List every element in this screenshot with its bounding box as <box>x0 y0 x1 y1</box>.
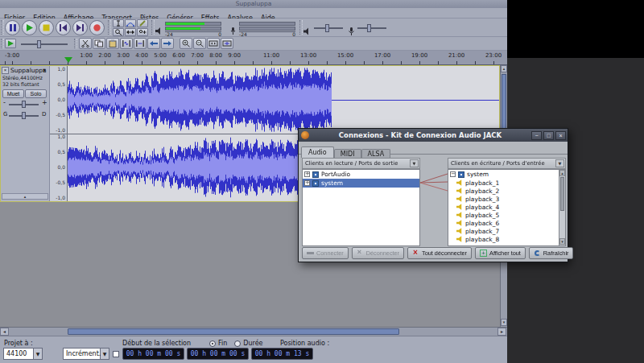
pan-slider-thumb[interactable] <box>22 112 26 119</box>
input-volume-slider[interactable] <box>357 27 386 29</box>
playback-meter[interactable]: -24 0 <box>155 20 223 36</box>
port-row-playback_6[interactable]: playback_6 <box>448 219 565 227</box>
client-row-system[interactable]: −system <box>448 170 565 179</box>
radio-fin[interactable]: Fin <box>209 340 227 347</box>
playhead-indicator[interactable] <box>64 57 72 63</box>
skip-to-start-button[interactable] <box>56 20 71 35</box>
radio-duree[interactable]: Durée <box>234 340 262 347</box>
draw-tool-button[interactable] <box>137 19 148 27</box>
readable-clients-header[interactable]: Clients en lecture / Ports de sortie ▼ <box>302 158 420 169</box>
copy-button[interactable] <box>93 38 105 49</box>
audacity-titlebar[interactable]: Suppaluppa <box>0 0 507 8</box>
track-close-button[interactable]: × <box>2 67 9 74</box>
pause-button[interactable] <box>5 20 20 35</box>
snap-to-select[interactable]: Incrément... ▼ <box>63 348 109 360</box>
horizontal-scrollbar-thumb[interactable] <box>68 328 399 335</box>
client-row-portaudio[interactable]: +PortAudio <box>303 170 419 179</box>
gain-slider-thumb[interactable] <box>22 101 26 108</box>
toolbar-grip[interactable] <box>1 20 4 35</box>
project-rate-select[interactable]: 44100 ▼ <box>3 348 43 360</box>
toolbar-grip[interactable] <box>299 20 303 35</box>
scroll-up-button[interactable]: ▴ <box>501 65 507 72</box>
zoom-in-button[interactable] <box>180 38 192 49</box>
zoom-out-button[interactable] <box>193 38 206 49</box>
mute-button[interactable]: Muet <box>2 89 24 98</box>
redo-button[interactable] <box>161 38 174 49</box>
toolbar-grip[interactable] <box>1 39 4 48</box>
client-row-system[interactable]: +system <box>303 179 419 188</box>
zoom-tool-button[interactable] <box>113 28 124 36</box>
writable-list-scrollbar[interactable]: ▴ ▾ <box>559 170 565 245</box>
scroll-left-button[interactable]: ◂ <box>0 328 9 336</box>
envelope-tool-button[interactable] <box>125 19 136 27</box>
tab-audio[interactable]: Audio <box>301 146 334 158</box>
port-row-playback_5[interactable]: playback_5 <box>448 211 565 219</box>
play-at-speed-button[interactable] <box>5 39 16 48</box>
chevron-down-icon[interactable]: ▼ <box>555 159 564 167</box>
audio-position-field[interactable]: 00 h 00 m 13 s <box>251 348 313 360</box>
selection-end-field[interactable]: 00 h 00 m 00 s <box>187 348 249 360</box>
scroll-right-button[interactable]: ▸ <box>497 328 506 336</box>
port-row-playback_8[interactable]: playback_8 <box>448 235 565 243</box>
silence-audio-button[interactable] <box>134 38 147 49</box>
timeline-ruler[interactable]: -3:001:002:003:004:005:006:007:008:009:0… <box>0 51 507 65</box>
time-shift-tool-button[interactable] <box>125 28 136 36</box>
scroll-down-button[interactable]: ▾ <box>501 319 507 326</box>
trim-audio-button[interactable] <box>120 38 133 49</box>
snap-checkbox[interactable] <box>113 351 119 357</box>
recording-meter[interactable]: -24 0 <box>229 20 297 36</box>
disconnect-button[interactable]: Déconnecter <box>352 247 404 259</box>
connect-button[interactable]: Connecter <box>302 247 349 259</box>
jack-tabbar: AudioMIDIALSA <box>299 142 568 155</box>
port-row-playback_7[interactable]: playback_7 <box>448 227 565 235</box>
selection-start-field[interactable]: 00 h 00 m 00 s <box>122 348 184 360</box>
horizontal-scrollbar[interactable]: ◂ ▸ <box>0 327 507 336</box>
track-name[interactable]: Suppaluppa <box>10 67 47 74</box>
toolbar-grip[interactable] <box>108 20 111 35</box>
play-button[interactable] <box>22 20 37 35</box>
scroll-down-button[interactable]: ▾ <box>559 238 565 245</box>
port-row-playback_2[interactable]: playback_2 <box>448 187 565 195</box>
expander-icon[interactable]: − <box>450 171 456 177</box>
readable-clients-list[interactable]: +PortAudio+system <box>302 169 420 246</box>
port-row-playback_3[interactable]: playback_3 <box>448 195 565 203</box>
port-row-playback_1[interactable]: playback_1 <box>448 179 565 187</box>
writable-clients-list[interactable]: −systemplayback_1playback_2playback_3pla… <box>448 169 566 246</box>
chevron-down-icon[interactable]: ▼ <box>410 159 419 167</box>
fit-selection-button[interactable] <box>207 38 220 49</box>
recording-meter-bars <box>239 22 295 31</box>
close-button[interactable]: × <box>555 131 566 140</box>
track-menu-arrow-icon[interactable]: ▼ <box>43 68 46 72</box>
disconnect-all-button[interactable]: Tout déconnecter <box>407 247 472 259</box>
skip-to-end-button[interactable] <box>72 20 88 35</box>
track-collapse-button[interactable]: ▴ <box>2 193 48 200</box>
playback-speed-thumb[interactable] <box>37 40 41 48</box>
refresh-button[interactable]: Rafraîchir <box>529 247 574 259</box>
paste-button[interactable] <box>106 38 119 49</box>
solo-button[interactable]: Solo <box>25 89 47 98</box>
port-row-playback_4[interactable]: playback_4 <box>448 203 565 211</box>
undo-button[interactable] <box>147 38 160 49</box>
multi-tool-button[interactable] <box>137 28 148 36</box>
cut-button[interactable] <box>79 38 92 49</box>
toolbar-grip[interactable] <box>74 39 77 48</box>
output-volume-thumb[interactable] <box>325 24 329 32</box>
playback-speed-slider[interactable] <box>21 43 68 45</box>
expander-icon[interactable]: + <box>304 171 310 177</box>
show-all-button[interactable]: Afficher tout <box>475 247 526 259</box>
scroll-up-button[interactable]: ▴ <box>559 170 565 176</box>
ruler-label: 3:00 <box>117 52 130 59</box>
input-volume-thumb[interactable] <box>367 24 371 32</box>
stop-button[interactable] <box>39 20 54 35</box>
maximize-button[interactable]: □ <box>543 131 554 140</box>
toolbar-grip[interactable] <box>151 20 155 35</box>
expander-icon[interactable]: + <box>304 180 310 186</box>
selection-tool-button[interactable] <box>113 19 124 27</box>
disconnect-all-icon <box>412 250 419 257</box>
jack-titlebar[interactable]: Connexions - Kit de Connexion Audio JACK… <box>299 129 568 142</box>
record-button[interactable] <box>89 20 105 35</box>
scrollbar-thumb[interactable] <box>560 177 564 211</box>
ruler-label: 5:00 <box>154 52 167 59</box>
fit-project-button[interactable] <box>221 38 233 49</box>
writable-clients-header[interactable]: Clients en écriture / Ports d'entrée ▼ <box>448 158 566 169</box>
